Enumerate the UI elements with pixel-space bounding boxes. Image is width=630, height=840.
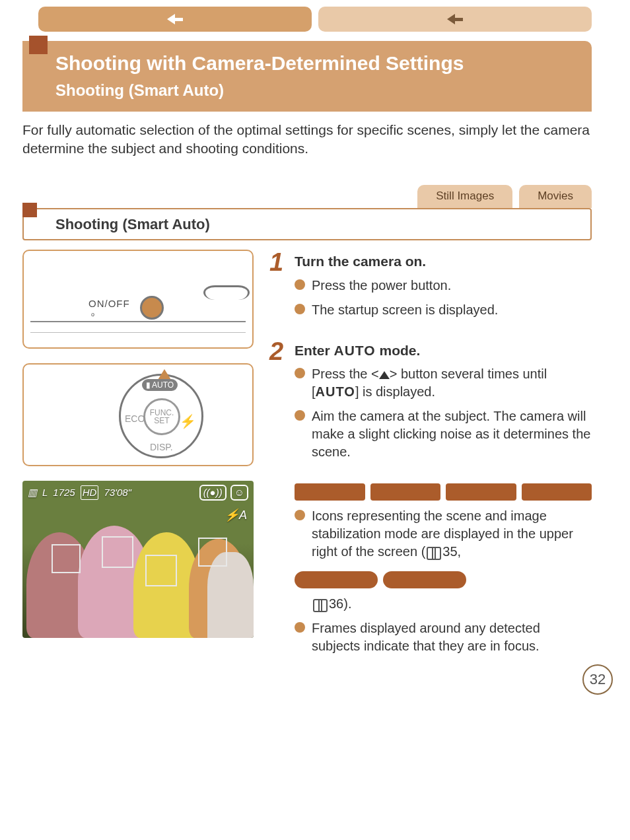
- page-ref[interactable]: 36: [329, 596, 343, 611]
- osd-shots: 1725: [53, 486, 75, 499]
- osd-flash-auto: ⚡A: [225, 507, 247, 523]
- auto-mode-label: AUTO: [316, 384, 355, 399]
- dpad-eco-label: ECO: [125, 413, 145, 425]
- face-detect-icon: ☺: [230, 485, 248, 501]
- shutter-icon: [203, 285, 250, 300]
- is-icon: ((●)): [199, 485, 227, 501]
- illustration-dpad: ▮AUTO ECO DISP. ⚡ FUNC.SET: [22, 363, 254, 466]
- arrow-left-icon: [167, 14, 183, 24]
- auto-mode-label: AUTO: [334, 343, 376, 358]
- step-text: 36).: [295, 595, 592, 613]
- osd-rectime: 73'08": [104, 486, 131, 499]
- dpad-flash-icon: ⚡: [180, 413, 196, 431]
- osd-size: L: [42, 486, 48, 499]
- step-number: 2: [269, 339, 285, 662]
- section-heading: Shooting (Smart Auto): [22, 208, 592, 241]
- step-1: 1 Turn the camera on. Press the power bu…: [269, 250, 592, 325]
- page-title-block: Shooting with Camera-Determined Settings…: [22, 41, 592, 112]
- power-button-icon: [140, 296, 164, 320]
- battery-icon: ▥: [28, 486, 37, 499]
- step-text: Press the <> button several times until …: [312, 365, 592, 401]
- media-tabs: Still Images Movies: [0, 158, 630, 208]
- bullet-icon: [295, 279, 305, 290]
- nav-back-major[interactable]: [38, 7, 312, 32]
- step-title: Enter AUTO mode.: [295, 341, 592, 360]
- example-photo: ▥ L 1725 HD 73'08" ((●)) ☺ ⚡A: [22, 481, 254, 638]
- badge-row: [295, 483, 592, 501]
- step-text: Press the power button.: [312, 277, 592, 295]
- dpad-disp-label: DISP.: [150, 441, 173, 454]
- badge-row-small: [295, 571, 466, 588]
- page-subtitle: Shooting (Smart Auto): [55, 80, 578, 101]
- bullet-icon: [295, 304, 305, 314]
- tab-still-images[interactable]: Still Images: [417, 185, 512, 208]
- step-text: The startup screen is displayed.: [312, 301, 592, 319]
- step-text: Icons representing the scene and image s…: [312, 507, 592, 561]
- arrow-left-icon: [447, 14, 463, 24]
- page-title: Shooting with Camera-Determined Settings: [55, 50, 578, 77]
- illustration-power-button: ON/OFFo: [22, 250, 254, 349]
- up-arrow-icon: [379, 371, 390, 379]
- osd-top-bar: ▥ L 1725 HD 73'08" ((●)) ☺: [28, 485, 248, 501]
- bullet-icon: [295, 622, 305, 633]
- nav-back-minor[interactable]: [318, 7, 592, 32]
- step-2: 2 Enter AUTO mode. Press the <> button s…: [269, 339, 592, 662]
- section-marker-icon: [29, 36, 48, 54]
- breadcrumb-nav: [0, 7, 630, 32]
- osd-hd: HD: [81, 485, 99, 500]
- page-ref-icon: [313, 599, 328, 610]
- bullet-icon: [295, 410, 305, 421]
- step-number: 1: [269, 250, 285, 325]
- func-set-button-icon: FUNC.SET: [143, 398, 180, 435]
- intro-paragraph: For fully automatic selection of the opt…: [0, 112, 630, 158]
- tab-movies[interactable]: Movies: [519, 185, 592, 208]
- step-text: Aim the camera at the subject. The camer…: [312, 407, 592, 461]
- page-number: 32: [582, 664, 613, 695]
- step-text: Frames displayed around any detected sub…: [312, 619, 592, 655]
- bullet-icon: [295, 368, 305, 378]
- section-marker-icon: [22, 203, 37, 217]
- page-ref[interactable]: 35: [442, 544, 457, 559]
- dpad-auto-label: ▮AUTO: [142, 378, 178, 391]
- page-ref-icon: [427, 547, 441, 557]
- onoff-label: ON/OFFo: [88, 297, 130, 318]
- step-title: Turn the camera on.: [295, 252, 592, 271]
- bullet-icon: [295, 510, 305, 520]
- section-heading-text: Shooting (Smart Auto): [55, 216, 210, 232]
